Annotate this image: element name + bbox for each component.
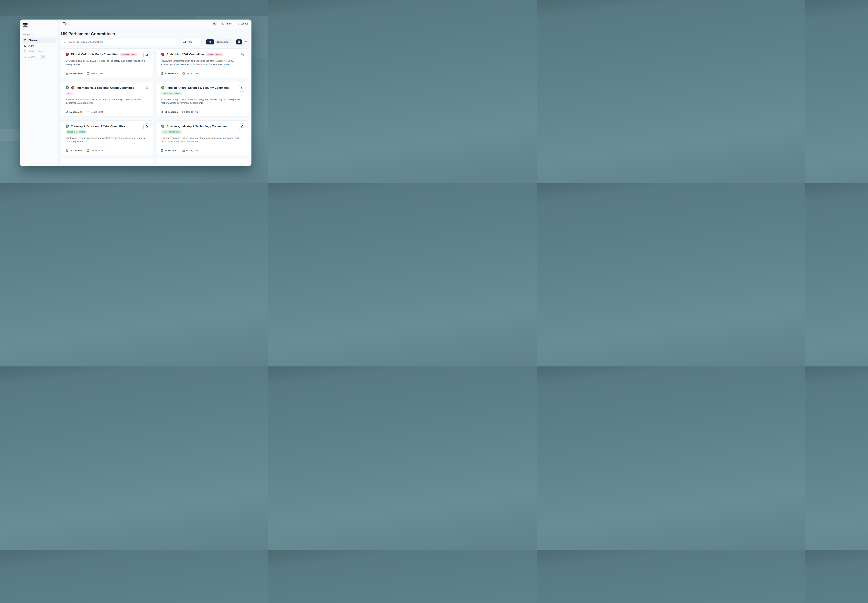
view-mode-toggle <box>236 39 249 45</box>
list-view-button[interactable] <box>242 39 248 45</box>
committee-card[interactable]: Digital, Culture & Media Committee House… <box>61 48 153 78</box>
portcullis-icon <box>161 86 165 90</box>
house-badge: House of Lords <box>206 53 223 56</box>
logout-button[interactable]: Logout <box>237 22 248 25</box>
date-meta: Dec 3, 2024 <box>87 111 103 113</box>
sidebar-item-alerts[interactable]: Alerts <box>22 43 56 48</box>
sessions-meta: 68 sessions <box>161 149 178 152</box>
last-session-date: Dec 8, 2024 <box>186 149 199 152</box>
calendar-icon <box>182 111 185 113</box>
card-footer: 68 sessions Dec 8, 2024 <box>161 147 245 152</box>
sidebar-item-crm[interactable]: CRM Soon <box>22 49 56 54</box>
subscription-filter-tabs: All Subscribed <box>205 39 232 45</box>
last-session-date: Dec 10, 2024 <box>186 111 200 113</box>
date-meta: Jun 30, 2025 <box>182 72 199 75</box>
sessions-count: 43 sessions <box>69 72 82 75</box>
committee-description: Oversees digital policy, data protection… <box>65 59 147 66</box>
committee-description: Reviews the implementation and effective… <box>161 59 242 66</box>
content-column: DU Admin Logout UK Parliament Committees <box>59 20 251 166</box>
sessions-meta: 43 sessions <box>65 72 82 75</box>
calendar-icon <box>182 72 185 75</box>
list-icon <box>244 40 247 43</box>
house-badge: House of Commons <box>161 130 182 134</box>
soon-badge: Soon <box>39 56 46 59</box>
sidebar-item-label: Discover <box>28 39 39 42</box>
sessions-count: 76 sessions <box>69 149 82 152</box>
committee-description: Focuses on international relations, regi… <box>65 98 147 105</box>
committee-title: Digital, Culture & Media Committee <box>71 53 118 56</box>
subscribe-bell-button[interactable] <box>143 52 150 58</box>
subscribe-bell-button[interactable] <box>143 124 150 130</box>
card-header: International & Regional Affairs Committ… <box>65 86 149 95</box>
bell-off-icon[interactable] <box>145 86 149 90</box>
committee-title: Business, Industry & Technology Committe… <box>167 125 227 128</box>
committee-card[interactable]: Autism Act 2009 Committee House of Lords… <box>157 48 249 78</box>
activity-icon <box>24 56 26 58</box>
avatar[interactable]: DU <box>212 21 217 26</box>
document-icon <box>65 72 68 75</box>
committee-title: Autism Act 2009 Committee <box>167 53 204 56</box>
committee-title: Foreign Affairs, Defence & Security Comm… <box>167 86 229 90</box>
background-block <box>0 129 23 141</box>
portcullis-icon <box>65 124 69 128</box>
tab-subscribed[interactable]: Subscribed <box>214 39 231 45</box>
card-header: Foreign Affairs, Defence & Security Comm… <box>161 86 245 95</box>
logout-icon <box>237 22 239 25</box>
committee-title: International & Regional Affairs Committ… <box>77 86 134 90</box>
committee-card[interactable]: International & Regional Affairs Committ… <box>61 82 153 116</box>
app-logo-icon <box>23 23 28 28</box>
card-header: Autism Act 2009 Committee House of Lords <box>161 52 245 57</box>
type-filter-select[interactable]: All Types <box>181 39 202 45</box>
portcullis-icon <box>71 86 75 90</box>
date-meta: Nov 30, 2024 <box>87 72 104 75</box>
sessions-meta: 76 sessions <box>65 149 82 152</box>
top-bar-right: DU Admin Logout <box>212 21 248 26</box>
card-header: Business, Industry & Technology Committe… <box>161 124 245 134</box>
logout-label: Logout <box>241 22 248 25</box>
sidebar-item-monitor[interactable]: Monitor Soon <box>22 54 56 60</box>
portcullis-icon <box>161 124 165 128</box>
committee-card[interactable]: Foreign Affairs, Defence & Security Comm… <box>157 82 249 116</box>
card-header: Digital, Culture & Media Committee House… <box>65 52 149 57</box>
house-badge: House of Lords <box>120 53 137 56</box>
subscribe-bell-button[interactable] <box>239 85 245 91</box>
calendar-icon <box>87 111 89 113</box>
document-icon <box>161 149 163 152</box>
soon-badge: Soon <box>37 50 43 53</box>
search-icon <box>24 39 26 42</box>
admin-button[interactable]: Admin <box>222 22 232 25</box>
portcullis-icon <box>65 52 69 57</box>
house-badge: Joint <box>65 91 73 95</box>
committee-title: Treasury & Economic Affairs Committee <box>71 125 125 128</box>
card-footer: 55 sessions Dec 3, 2024 <box>65 108 149 113</box>
app-window: Navigation Discover Alerts CRM Soon Mon <box>20 20 251 166</box>
committee-grid: Digital, Culture & Media Committee House… <box>61 48 249 164</box>
committee-card[interactable]: Treasury & Economic Affairs Committee Ho… <box>61 121 153 155</box>
desktop-background: { "sidebar": { "section_label": "Navigat… <box>0 0 268 183</box>
sidebar-item-discover[interactable]: Discover <box>22 37 56 43</box>
date-meta: Dec 8, 2024 <box>182 149 199 152</box>
committee-description: Scrutinises Treasury policy, economic st… <box>65 136 147 143</box>
document-icon <box>65 149 68 152</box>
sidebar-section-label: Navigation <box>23 34 56 36</box>
spacer <box>65 105 149 108</box>
sessions-meta: 55 sessions <box>65 111 82 113</box>
sessions-count: 89 sessions <box>165 111 178 113</box>
committee-card-partial[interactable] <box>61 159 153 164</box>
tab-all[interactable]: All <box>206 39 214 45</box>
card-footer: 76 sessions Dec 9, 2024 <box>65 147 149 152</box>
committee-card[interactable]: Business, Industry & Technology Committe… <box>157 121 249 155</box>
sidebar-toggle-icon[interactable] <box>63 22 66 25</box>
sessions-count: 12 sessions <box>165 72 178 75</box>
subscribe-bell-button[interactable] <box>239 124 245 130</box>
search-input[interactable] <box>68 41 175 43</box>
sidebar: Navigation Discover Alerts CRM Soon Mon <box>20 20 59 166</box>
grid-icon <box>238 40 241 43</box>
grid-view-button[interactable] <box>236 39 242 45</box>
sidebar-item-label: CRM <box>28 50 34 53</box>
bell-off-icon[interactable] <box>241 53 244 56</box>
page-title: UK Parliament Committees <box>61 31 249 36</box>
date-meta: Dec 9, 2024 <box>87 149 103 152</box>
committee-card-partial[interactable] <box>157 159 249 164</box>
portcullis-icon <box>161 52 165 57</box>
